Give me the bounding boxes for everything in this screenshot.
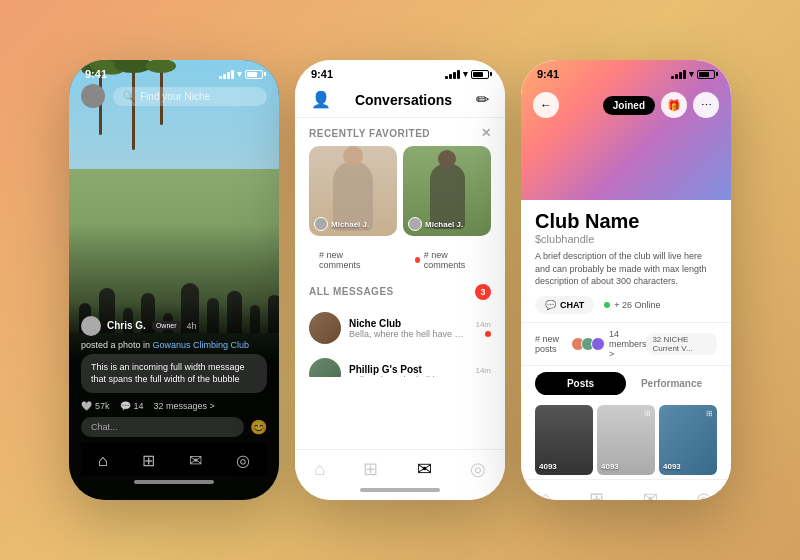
chat-label: CHAT <box>560 300 584 310</box>
post-number-1: 4093 <box>539 462 557 471</box>
post-user-avatar <box>81 316 101 336</box>
bottom-nav-phone3: ⌂ ⊞ ✉ ◎ <box>521 479 731 500</box>
recent-label-1: Michael J. <box>314 217 369 231</box>
club-handle: $clubhandle <box>535 233 717 245</box>
message-list: Niche Club Bella, where the hell have yo… <box>295 305 505 377</box>
signal-phone2 <box>445 70 460 79</box>
new-posts-info: # new posts <box>535 334 571 354</box>
post-number-3: 4093 <box>663 462 681 471</box>
online-dot <box>604 302 610 308</box>
msg-time-2: 14m <box>475 366 491 375</box>
time-phone2: 9:41 <box>311 68 333 80</box>
msg-content-1: Niche Club Bella, where the hell have yo… <box>349 318 467 339</box>
chat-button[interactable]: 💬 CHAT <box>535 296 594 314</box>
post-link[interactable]: Gowanus Climbing Club <box>153 340 250 350</box>
bottom-nav-phone2: ⌂ ⊞ ✉ ◎ <box>295 449 505 484</box>
club-action-buttons: Joined 🎁 ⋯ <box>603 92 719 118</box>
wifi-icon-phone3: ▾ <box>689 69 694 79</box>
conversations-title: Conversations <box>355 92 452 108</box>
recent-avatar-2 <box>408 217 422 231</box>
comment-badge-2: # new comments <box>403 246 493 274</box>
list-item[interactable]: Niche Club Bella, where the hell have yo… <box>295 305 505 351</box>
msg-time-1: 14m <box>475 320 491 329</box>
club-meta: 💬 CHAT + 26 Online <box>535 296 717 314</box>
home-indicator-phone1 <box>134 480 214 484</box>
post-number-2: 4093 <box>601 462 619 471</box>
nav-grid-phone3[interactable]: ⊞ <box>589 488 604 500</box>
search-placeholder-phone1: Find your Niche <box>140 91 210 102</box>
tab-performance[interactable]: Performance <box>626 372 717 395</box>
recently-favorited-label: RECENTLY FAVORITED ✕ <box>295 118 505 146</box>
unread-count-badge: 3 <box>475 284 491 300</box>
nav-home-phone2[interactable]: ⌂ <box>314 459 325 480</box>
chat-input-phone1[interactable]: Chat... <box>81 417 244 437</box>
image-icon-3: ⊞ <box>706 409 713 418</box>
wifi-icon-phone1: ▾ <box>237 69 242 79</box>
conversations-header: 👤 Conversations ✏ <box>295 84 505 118</box>
recent-card-1[interactable]: Michael J. <box>309 146 397 236</box>
home-indicator-phone2 <box>360 488 440 492</box>
nav-mail-phone3[interactable]: ✉ <box>643 488 658 500</box>
messages-link[interactable]: 32 messages > <box>154 401 215 411</box>
nav-mail-phone2[interactable]: ✉ <box>417 458 432 480</box>
member-avatar-3 <box>591 337 605 351</box>
likes-stat: 🤍 57k <box>81 401 110 411</box>
msg-right-1: 14m <box>475 320 491 337</box>
nav-camera-phone3[interactable]: ◎ <box>696 488 712 500</box>
nav-camera-phone1[interactable]: ◎ <box>236 451 250 470</box>
status-bar-phone2: 9:41 ▾ <box>295 60 505 84</box>
chat-icon: 💬 <box>545 300 556 310</box>
status-bar-phone1: 9:41 ▾ <box>69 60 279 84</box>
nav-camera-phone2[interactable]: ◎ <box>470 458 486 480</box>
status-icons-phone3: ▾ <box>671 69 715 79</box>
compose-icon-phone2[interactable]: ✏ <box>476 90 489 109</box>
nav-grid-phone2[interactable]: ⊞ <box>363 458 378 480</box>
close-recently-icon[interactable]: ✕ <box>481 126 492 140</box>
msg-preview-1: Bella, where the hell have you been loc.… <box>349 329 467 339</box>
post-thumb-3[interactable]: 4093 ⊞ <box>659 405 717 475</box>
unread-dot-2 <box>415 257 420 263</box>
status-bar-phone3: 9:41 ▾ <box>521 60 731 84</box>
post-thumb-1[interactable]: 4093 <box>535 405 593 475</box>
recently-favorited-grid: Michael J. Michael J. <box>295 146 505 246</box>
recent-name-2: Michael J. <box>425 220 463 229</box>
gift-icon-button[interactable]: 🎁 <box>661 92 687 118</box>
tab-posts[interactable]: Posts <box>535 372 626 395</box>
nav-home-phone3[interactable]: ⌂ <box>540 488 551 500</box>
club-tabs: Posts Performance <box>521 366 731 401</box>
msg-avatar-1 <box>309 312 341 344</box>
nav-grid-phone1[interactable]: ⊞ <box>142 451 155 470</box>
phone-conversations: 9:41 ▾ 👤 Conversations ✏ <box>295 60 505 500</box>
more-options-button[interactable]: ⋯ <box>693 92 719 118</box>
posts-grid: 4093 4093 ⊞ 4093 ⊞ <box>521 401 731 479</box>
search-bar-phone1[interactable]: 🔍 Find your Niche <box>113 87 267 106</box>
msg-name-1: Niche Club <box>349 318 467 329</box>
club-description: A brief description of the club will liv… <box>535 250 717 288</box>
post-thumb-2[interactable]: 4093 ⊞ <box>597 405 655 475</box>
comment-icon: 💬 <box>120 401 131 411</box>
comment-badge-1: # new comments <box>307 246 389 274</box>
recent-name-1: Michael J. <box>331 220 369 229</box>
back-button[interactable]: ← <box>533 92 559 118</box>
profile-icon-phone2[interactable]: 👤 <box>311 90 331 109</box>
signal-phone3 <box>671 70 686 79</box>
club-hero: 9:41 ▾ ← <box>521 60 731 200</box>
nav-mail-phone1[interactable]: ✉ <box>189 451 202 470</box>
msg-avatar-2 <box>309 358 341 377</box>
post-username[interactable]: Chris G. <box>107 320 146 331</box>
emoji-button-phone1[interactable]: 😊 <box>250 419 267 435</box>
status-icons-phone2: ▾ <box>445 69 489 79</box>
msg-unread-1 <box>485 331 491 337</box>
club-stats-row: # new posts 14 members > 32 NICHE Curren… <box>521 322 731 366</box>
user-avatar-phone1[interactable] <box>81 84 105 108</box>
phone-club: 9:41 ▾ ← <box>521 60 731 500</box>
msg-name-2: Phillip G's Post <box>349 364 467 375</box>
recent-avatar-1 <box>314 217 328 231</box>
nav-home-phone1[interactable]: ⌂ <box>98 452 108 470</box>
phone-feed: 9:41 ▾ 🔍 Find your Niche <box>69 60 279 500</box>
joined-button[interactable]: Joined <box>603 96 655 115</box>
battery-phone1 <box>245 70 263 79</box>
recent-card-2[interactable]: Michael J. <box>403 146 491 236</box>
battery-phone3 <box>697 70 715 79</box>
list-item[interactable]: Phillip G's Post Bella, where the hell h… <box>295 351 505 377</box>
